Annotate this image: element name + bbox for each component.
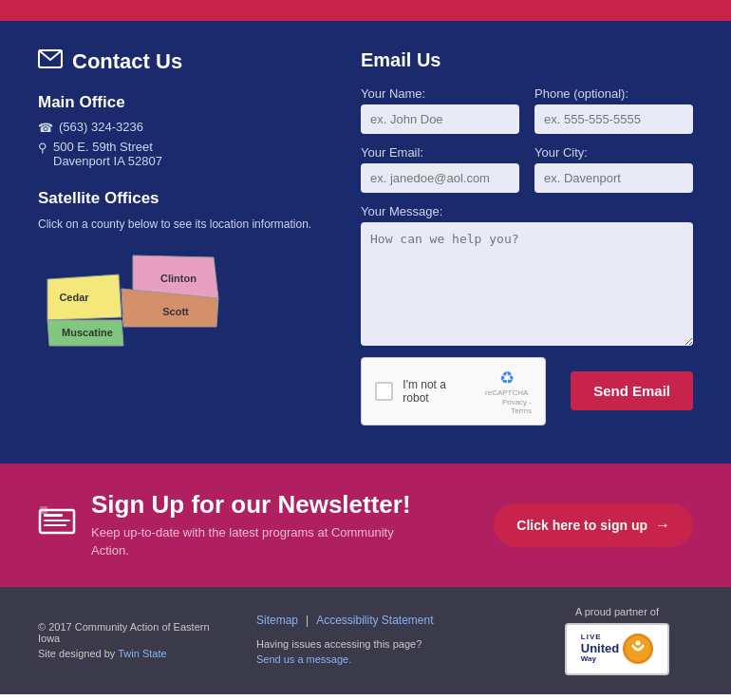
city-input[interactable] <box>534 163 693 193</box>
satellite-desc: Click on a county below to see its locat… <box>38 216 323 233</box>
newsletter-description: Keep up-to-date with the latest programs… <box>91 523 414 560</box>
form-row-email-city: Your Email: Your City: <box>361 145 693 193</box>
contact-left: Contact Us Main Office ☎ (563) 324-3236 … <box>38 49 323 426</box>
email-heading: Email Us <box>361 49 693 71</box>
svg-text:Cedar: Cedar <box>59 292 89 303</box>
access-message-link[interactable]: Send us a message. <box>256 653 351 665</box>
main-office-title: Main Office <box>38 93 323 112</box>
footer-links: Sitemap | Accessibility Statement <box>256 614 513 627</box>
sitemap-link[interactable]: Sitemap <box>256 614 298 627</box>
copyright-text: © 2017 Community Action of Eastern Iowa <box>38 621 228 644</box>
svg-text:Clinton: Clinton <box>160 273 197 284</box>
recaptcha-logo: ♻ reCAPTCHA Privacy - Terms <box>481 368 532 415</box>
contact-section: Contact Us Main Office ☎ (563) 324-3236 … <box>0 21 731 464</box>
message-textarea[interactable] <box>361 222 693 346</box>
location-icon: ⚲ <box>38 141 47 155</box>
newsletter-left: Sign Up for our Newsletter! Keep up-to-d… <box>38 490 414 560</box>
svg-point-15 <box>636 641 641 646</box>
message-group: Your Message: <box>361 204 693 346</box>
send-email-button[interactable]: Send Email <box>571 371 693 410</box>
name-group: Your Name: <box>361 86 519 134</box>
live-united-inner: LIVE United Way <box>581 634 653 664</box>
form-row-name-phone: Your Name: Phone (optional): <box>361 86 693 134</box>
address-line1: 500 E. 59th Street <box>53 140 162 154</box>
envelope-icon <box>38 49 63 74</box>
county-map[interactable]: Cedar Clinton Scott Muscatine <box>38 246 228 350</box>
designer-credit: Site designed by Twin State <box>38 648 228 659</box>
name-label: Your Name: <box>361 86 519 101</box>
signup-button[interactable]: Click here to sign up → <box>494 503 693 547</box>
recaptcha-widget[interactable]: I'm not a robot ♻ reCAPTCHA Privacy - Te… <box>361 357 546 426</box>
svg-text:Scott: Scott <box>162 306 189 317</box>
newsletter-section: Sign Up for our Newsletter! Keep up-to-d… <box>0 464 731 587</box>
form-bottom: I'm not a robot ♻ reCAPTCHA Privacy - Te… <box>361 357 693 426</box>
address-line2: Davenport IA 52807 <box>53 154 162 168</box>
footer-right: A proud partner of LIVE United Way <box>541 606 693 675</box>
recaptcha-brand: reCAPTCHA <box>485 388 528 398</box>
svg-rect-10 <box>44 514 63 517</box>
message-label: Your Message: <box>361 204 693 218</box>
phone-info: ☎ (563) 324-3236 <box>38 120 323 135</box>
email-group: Your Email: <box>361 145 519 193</box>
newsletter-title: Sign Up for our Newsletter! <box>91 490 414 520</box>
recaptcha-links: Privacy - Terms <box>481 398 532 415</box>
live-united-badge[interactable]: LIVE United Way <box>565 623 669 675</box>
arrow-icon: → <box>655 517 670 534</box>
recaptcha-icon: ♻ <box>499 368 515 388</box>
top-bar <box>0 0 731 21</box>
newsletter-icon <box>38 504 76 545</box>
designer-link[interactable]: Twin State <box>118 648 166 659</box>
newsletter-content: Sign Up for our Newsletter! Keep up-to-d… <box>91 490 414 560</box>
footer-left: © 2017 Community Action of Eastern Iowa … <box>38 621 228 659</box>
phone-number: (563) 324-3236 <box>59 120 143 134</box>
recaptcha-label: I'm not a robot <box>403 378 472 405</box>
designer-prefix: Site designed by <box>38 648 118 659</box>
address-info: ⚲ 500 E. 59th Street Davenport IA 52807 <box>38 140 323 168</box>
recaptcha-checkbox[interactable] <box>375 382 393 401</box>
united-text: United <box>581 642 619 655</box>
phone-group: Phone (optional): <box>534 86 693 134</box>
svg-text:Muscatine: Muscatine <box>62 327 113 338</box>
live-united-text: LIVE United Way <box>581 634 619 664</box>
city-group: Your City: <box>534 145 693 193</box>
email-label: Your Email: <box>361 145 519 160</box>
phone-input[interactable] <box>534 104 693 134</box>
access-issues-text: Having issues accessing this page? <box>256 638 422 650</box>
contact-heading: Contact Us <box>38 49 323 74</box>
satellite-title: Satellite Offices <box>38 189 323 208</box>
name-input[interactable] <box>361 104 519 134</box>
phone-label: Phone (optional): <box>534 86 693 101</box>
email-section: Email Us Your Name: Phone (optional): Yo… <box>361 49 693 426</box>
city-label: Your City: <box>534 145 693 160</box>
way-text: Way <box>581 655 619 664</box>
phone-icon: ☎ <box>38 121 53 135</box>
footer: © 2017 Community Action of Eastern Iowa … <box>0 587 731 694</box>
footer-access: Having issues accessing this page? Send … <box>256 636 513 668</box>
accessibility-link[interactable]: Accessibility Statement <box>316 614 433 627</box>
email-input[interactable] <box>361 163 519 193</box>
contact-heading-text: Contact Us <box>72 49 182 74</box>
united-way-logo <box>623 634 653 664</box>
svg-rect-11 <box>44 520 70 521</box>
links-divider: | <box>306 614 309 627</box>
signup-button-label: Click here to sign up <box>516 518 647 533</box>
partner-text: A proud partner of <box>575 606 659 617</box>
footer-middle: Sitemap | Accessibility Statement Having… <box>256 614 513 668</box>
svg-rect-12 <box>44 524 66 526</box>
svg-rect-13 <box>40 506 47 514</box>
